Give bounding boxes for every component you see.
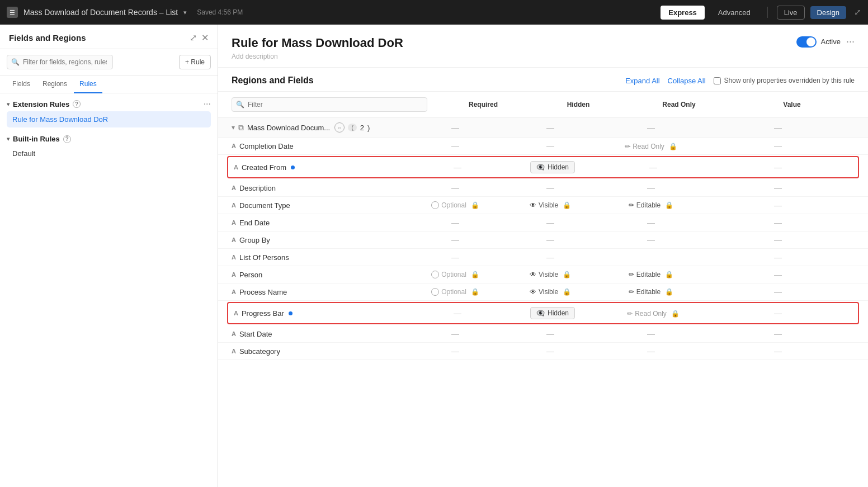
hidden-icon: 👁‍🗨 xyxy=(536,163,545,171)
rule-header: Rule for Mass Download DoR Add descripti… xyxy=(218,25,868,68)
field-required-cell[interactable]: Optional 🔒 xyxy=(411,271,500,278)
field-value-cell: — xyxy=(701,347,855,356)
field-name: A Group By xyxy=(232,236,411,244)
hidden-pill[interactable]: 👁‍🗨 Hidden xyxy=(530,161,575,173)
field-value-cell: — xyxy=(704,163,852,172)
visible-text: Visible xyxy=(539,271,558,278)
field-label: Completion Date xyxy=(239,142,294,150)
field-type-icon: A xyxy=(232,237,236,243)
sidebar-item-default[interactable]: Default xyxy=(7,145,211,162)
active-toggle[interactable] xyxy=(796,36,817,48)
fields-filter-input[interactable] xyxy=(232,97,427,112)
field-hidden-cell: — xyxy=(500,253,601,262)
hidden-pill[interactable]: 👁‍🗨 Hidden xyxy=(530,307,575,319)
sidebar-search-input[interactable] xyxy=(7,55,113,69)
resize-icon[interactable]: ⤢ xyxy=(854,7,861,17)
lock-icon: 🔒 xyxy=(563,201,571,209)
field-required-cell: — xyxy=(413,309,502,318)
live-button[interactable]: Live xyxy=(777,6,805,20)
close-icon[interactable]: ✕ xyxy=(201,32,209,43)
field-value-cell: — xyxy=(704,309,852,318)
extension-rules-label: Extension Rules xyxy=(13,100,69,108)
built-in-rules-title[interactable]: ▾ Built-in Rules ? xyxy=(7,135,71,143)
field-name: A End Date xyxy=(232,219,411,227)
express-button[interactable]: Express xyxy=(661,6,705,20)
sidebar-header: Fields and Regions ⤢ ✕ xyxy=(0,25,218,49)
optional-text: Optional xyxy=(441,288,466,296)
sidebar: Fields and Regions ⤢ ✕ 🔍 + Rule Fields R… xyxy=(0,25,218,487)
editable-text: Editable xyxy=(636,271,661,278)
field-required-cell[interactable]: Optional 🔒 xyxy=(411,201,500,209)
lock-icon: 🔒 xyxy=(471,271,479,278)
field-required-cell: — xyxy=(411,347,500,356)
show-only-checkbox[interactable] xyxy=(714,77,721,84)
tab-fields[interactable]: Fields xyxy=(7,75,36,93)
field-value-cell: — xyxy=(701,287,855,296)
field-label: Start Date xyxy=(239,330,272,338)
table-row: A Process Name Optional 🔒 👁 Visible 🔒 ✏ … xyxy=(218,283,868,301)
lock-icon: 🔒 xyxy=(563,271,571,278)
field-hidden-cell[interactable]: 👁‍🗨 Hidden xyxy=(502,161,603,173)
col-header-required: Required xyxy=(438,101,528,108)
extension-rules-header: ▾ Extension Rules ? ··· xyxy=(7,99,211,109)
region-row: ▾ ⧉ Mass Download Docum... ○ (2) — — — — xyxy=(218,118,868,138)
field-required-cell[interactable]: Optional 🔒 xyxy=(411,288,500,296)
region-collapse-icon[interactable]: ▾ xyxy=(232,124,235,131)
optional-text: Optional xyxy=(441,271,466,278)
divider xyxy=(767,7,768,18)
field-hidden-cell[interactable]: 👁 Visible 🔒 xyxy=(500,201,601,209)
field-hidden-cell[interactable]: 👁 Visible 🔒 xyxy=(500,271,601,278)
eye-icon: 👁 xyxy=(530,288,536,296)
rule-title: Rule for Mass Download DoR xyxy=(232,36,403,50)
table-body: ▾ ⧉ Mass Download Docum... ○ (2) — — — —… xyxy=(218,118,868,360)
more-icon[interactable]: ··· xyxy=(204,99,211,109)
add-description[interactable]: Add description xyxy=(232,53,403,60)
expand-icon[interactable]: ⤢ xyxy=(190,32,197,43)
field-hidden-cell[interactable]: 👁 Visible 🔒 xyxy=(500,288,601,296)
field-type-icon: A xyxy=(232,143,236,149)
lock-icon: 🔒 xyxy=(671,310,680,318)
built-in-rules-header: ▾ Built-in Rules ? xyxy=(7,135,211,143)
sidebar-tabs: Fields Regions Rules xyxy=(0,75,218,93)
field-required-cell: — xyxy=(411,235,500,244)
add-rule-button[interactable]: + Rule xyxy=(179,55,211,69)
field-label: Progress Bar xyxy=(242,309,284,318)
visible-text: Visible xyxy=(539,288,558,296)
app-title: Mass Download of Document Records – List xyxy=(23,8,178,17)
field-type-icon: A xyxy=(232,185,236,191)
visible-text: Visible xyxy=(539,201,558,209)
optional-radio xyxy=(431,201,439,209)
show-only-checkbox-wrap[interactable]: Show only properties overridden by this … xyxy=(714,77,855,84)
field-readonly-cell[interactable]: ✏ Editable 🔒 xyxy=(601,288,701,296)
field-value-cell: — xyxy=(701,141,855,150)
edit-icon: ✏ xyxy=(629,201,634,209)
editable-text: Editable xyxy=(636,201,661,209)
extension-rules-title[interactable]: ▾ Extension Rules ? xyxy=(7,100,81,108)
table-row: A Group By — — — — xyxy=(218,231,868,249)
rule-more-button[interactable]: ··· xyxy=(846,36,855,48)
field-readonly-cell[interactable]: ✏ Editable 🔒 xyxy=(601,201,701,209)
field-hidden-cell: — xyxy=(500,329,601,338)
sidebar-item-rule[interactable]: Rule for Mass Download DoR xyxy=(7,111,211,127)
field-readonly-cell[interactable]: ✏ Editable 🔒 xyxy=(601,271,701,278)
search-icon: 🔍 xyxy=(11,58,20,66)
sidebar-header-icons: ⤢ ✕ xyxy=(190,32,209,43)
tab-regions[interactable]: Regions xyxy=(37,75,73,93)
field-name: A Subcategory xyxy=(232,347,411,356)
dropdown-arrow-icon[interactable]: ▾ xyxy=(183,9,187,16)
readonly-text: Read Only xyxy=(635,310,667,318)
field-label: Subcategory xyxy=(239,347,280,356)
lock-icon: 🔒 xyxy=(665,288,673,296)
field-value-cell: — xyxy=(701,329,855,338)
help-icon[interactable]: ? xyxy=(73,100,81,108)
edit-icon: ✏ xyxy=(629,271,634,278)
help-icon-2[interactable]: ? xyxy=(63,135,71,143)
expand-all-button[interactable]: Expand All xyxy=(625,77,659,85)
collapse-all-button[interactable]: Collapse All xyxy=(668,77,706,85)
field-hidden-cell[interactable]: 👁‍🗨 Hidden xyxy=(502,307,603,319)
advanced-button[interactable]: Advanced xyxy=(710,6,758,20)
field-name: A Completion Date xyxy=(232,142,411,150)
tab-rules[interactable]: Rules xyxy=(74,75,102,93)
design-button[interactable]: Design xyxy=(810,6,846,19)
region-count-val: 2 xyxy=(360,124,364,132)
